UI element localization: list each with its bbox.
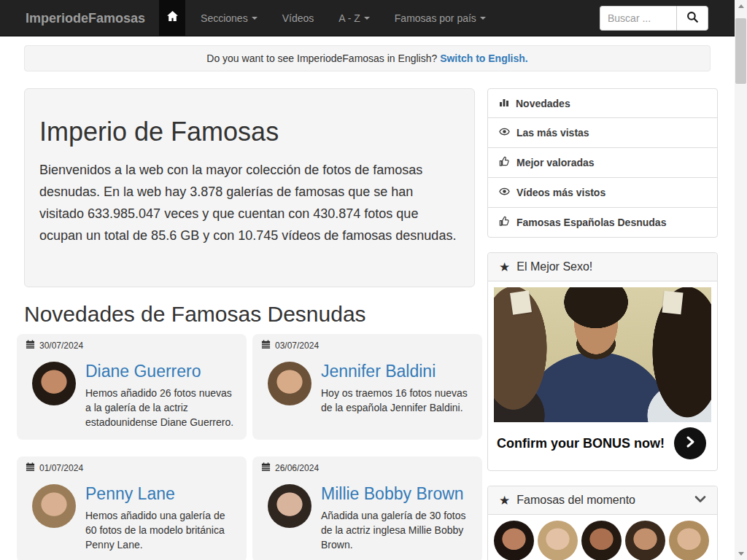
card-text: Añadida una galería de 30 fotos de la ac… xyxy=(321,508,473,552)
card-date: 01/07/2024 xyxy=(39,463,83,473)
moment-avatar[interactable] xyxy=(581,521,622,560)
card-date-row: 03/07/2024 xyxy=(261,340,473,351)
sidebar-item-label: Novedades xyxy=(516,98,570,109)
sidebar-item-label: Vídeos más vistos xyxy=(516,187,605,198)
moment-avatar[interactable] xyxy=(669,521,709,560)
nav-home-button[interactable] xyxy=(159,0,185,36)
sidebar-item-videos-mas-vistos[interactable]: Vídeos más vistos xyxy=(488,177,717,207)
news-cards: 30/07/2024 Diane Guerrero Hemos añadido … xyxy=(17,334,482,560)
search-input[interactable] xyxy=(600,6,676,31)
chevron-right-icon xyxy=(684,435,697,451)
ad-panel-title: El Mejor Sexo! xyxy=(516,260,592,273)
moment-panel-title: Famosas del momento xyxy=(516,494,635,507)
intro-well: Imperio de Famosas Bienvenidos a la web … xyxy=(24,88,475,287)
card-title-link[interactable]: Jennifer Baldini xyxy=(321,362,436,381)
brand-link[interactable]: ImperiodeFamosas xyxy=(26,0,145,36)
switch-to-english-link[interactable]: Switch to English. xyxy=(440,52,528,64)
calendar-icon xyxy=(261,462,271,474)
chevron-down-icon[interactable] xyxy=(694,494,706,507)
moment-avatar[interactable] xyxy=(494,521,534,560)
nav-item-a-z[interactable]: A - Z xyxy=(326,0,382,36)
caret-down-icon xyxy=(480,17,486,20)
nav-item-label: Secciones xyxy=(201,0,248,36)
card-main: Millie Bobby Brown Añadida una galería d… xyxy=(261,484,473,552)
calendar-icon xyxy=(261,340,271,351)
card-main: Penny Lane Hemos añadido una galería de … xyxy=(26,484,238,552)
moment-avatar[interactable] xyxy=(625,521,665,560)
news-card: 30/07/2024 Diane Guerrero Hemos añadido … xyxy=(17,334,247,440)
calendar-icon xyxy=(26,340,35,351)
search-button[interactable] xyxy=(676,6,708,31)
stats-icon xyxy=(499,97,509,109)
thumbs-up-icon xyxy=(499,216,510,229)
nav-item-videos[interactable]: Vídeos xyxy=(270,0,327,36)
sidebar-menu: Novedades Las más vistas Mejor valoradas… xyxy=(487,88,718,238)
ad-image[interactable] xyxy=(494,287,711,422)
card-avatar[interactable] xyxy=(32,362,76,405)
search-icon xyxy=(686,11,699,26)
star-icon: ★ xyxy=(499,493,510,508)
page-title: Imperio de Famosas xyxy=(39,117,458,147)
scrollbar-down-button[interactable] xyxy=(735,548,747,560)
home-icon xyxy=(166,10,179,26)
scrollbar-up-button[interactable] xyxy=(735,0,747,12)
news-heading: Novedades de Famosas Desnudas xyxy=(24,302,366,327)
top-navbar: ImperiodeFamosas Secciones Vídeos A - Z … xyxy=(0,0,735,36)
card-text: Hemos añadido 26 fotos nuevas a la galer… xyxy=(85,386,238,429)
caret-down-icon xyxy=(252,17,258,20)
nav-item-famosas-por-pais[interactable]: Famosas por país xyxy=(382,0,498,36)
card-text: Hoy os traemos 16 fotos nuevas de la esp… xyxy=(321,386,473,415)
moment-avatars xyxy=(488,515,717,560)
moment-panel: ★ Famosas del momento xyxy=(487,486,718,560)
sidebar-item-label: Famosas Españolas Desnudas xyxy=(516,217,666,228)
moment-avatar[interactable] xyxy=(538,521,578,560)
ad-panel-heading: ★ El Mejor Sexo! xyxy=(488,253,717,281)
language-banner: Do you want to see ImperiodeFamosas in E… xyxy=(24,45,711,71)
triangle-up-icon xyxy=(738,4,744,8)
card-main: Diane Guerrero Hemos añadido 26 fotos nu… xyxy=(26,362,238,429)
card-date: 30/07/2024 xyxy=(39,341,83,351)
thumbs-up-icon xyxy=(499,156,510,169)
card-text: Hemos añadido una galería de 60 fotos de… xyxy=(85,508,238,552)
triangle-down-icon xyxy=(738,552,744,556)
ad-cta-text: Confirm your BONUS now! xyxy=(497,436,674,451)
nav-item-label: Famosas por país xyxy=(395,0,476,36)
ad-confirm-button[interactable] xyxy=(674,427,706,459)
news-card: 01/07/2024 Penny Lane Hemos añadido una … xyxy=(17,456,247,560)
calendar-icon xyxy=(26,462,35,474)
sidebar-item-las-mas-vistas[interactable]: Las más vistas xyxy=(488,117,717,147)
card-title-link[interactable]: Millie Bobby Brown xyxy=(321,484,464,503)
sidebar-item-novedades[interactable]: Novedades xyxy=(488,89,717,117)
news-card: 03/07/2024 Jennifer Baldini Hoy os traem… xyxy=(252,334,482,440)
card-title-link[interactable]: Diane Guerrero xyxy=(85,362,201,381)
language-banner-text: Do you want to see ImperiodeFamosas in E… xyxy=(206,52,437,64)
card-avatar[interactable] xyxy=(268,362,311,405)
card-date-row: 01/07/2024 xyxy=(26,462,238,474)
card-date-row: 26/06/2024 xyxy=(261,462,473,474)
nav-item-secciones[interactable]: Secciones xyxy=(188,0,270,36)
sidebar-item-label: Las más vistas xyxy=(516,127,589,139)
card-avatar[interactable] xyxy=(32,484,76,528)
ad-panel: ★ El Mejor Sexo! Confirm your BONUS now! xyxy=(487,252,718,471)
page-scrollbar xyxy=(735,0,747,560)
card-date: 26/06/2024 xyxy=(275,463,319,473)
card-main: Jennifer Baldini Hoy os traemos 16 fotos… xyxy=(261,362,473,415)
ad-cta-row: Confirm your BONUS now! xyxy=(494,422,711,464)
sidebar-item-famosas-espanolas[interactable]: Famosas Españolas Desnudas xyxy=(488,207,717,237)
sidebar-item-mejor-valoradas[interactable]: Mejor valoradas xyxy=(488,147,717,177)
card-title-link[interactable]: Penny Lane xyxy=(85,484,175,503)
eye-icon xyxy=(499,186,510,199)
card-avatar[interactable] xyxy=(268,484,311,528)
news-card: 26/06/2024 Millie Bobby Brown Añadida un… xyxy=(252,456,482,560)
nav-links: Secciones Vídeos A - Z Famosas por país xyxy=(188,0,498,36)
scrollbar-thumb[interactable] xyxy=(735,18,746,84)
eye-icon xyxy=(499,126,510,139)
star-icon: ★ xyxy=(499,260,510,275)
sidebar-item-label: Mejor valoradas xyxy=(516,157,595,168)
ad-body: Confirm your BONUS now! xyxy=(488,281,717,470)
moment-panel-heading: ★ Famosas del momento xyxy=(488,486,717,515)
caret-down-icon xyxy=(364,17,370,20)
card-date: 03/07/2024 xyxy=(275,341,319,351)
nav-item-label: A - Z xyxy=(338,0,360,36)
search-group xyxy=(600,6,708,31)
